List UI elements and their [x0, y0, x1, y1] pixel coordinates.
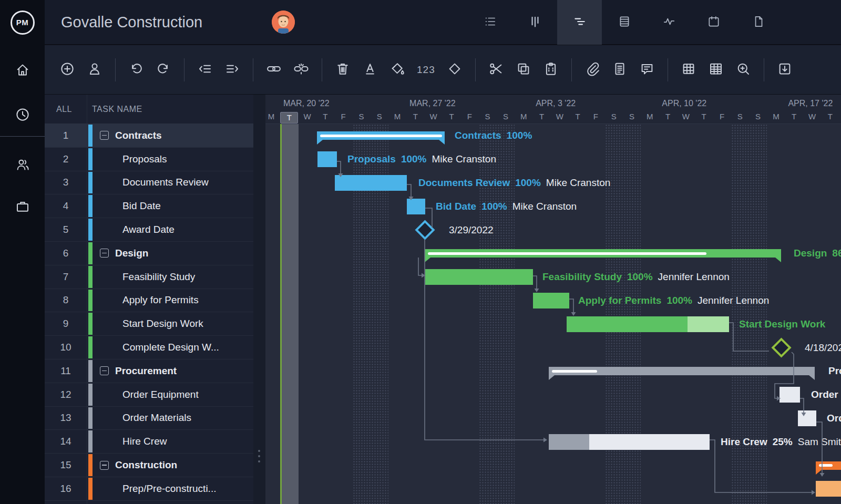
paste-button[interactable] [543, 61, 559, 79]
table-icon [708, 61, 724, 79]
import-button[interactable] [777, 61, 793, 79]
table-button[interactable] [708, 61, 724, 79]
sidebar-clock-button[interactable] [0, 100, 45, 131]
cut-button[interactable] [488, 61, 504, 79]
table-row-procurement[interactable]: 11Procurement [45, 359, 253, 383]
comment-button[interactable] [639, 61, 655, 79]
task-bar-apply-for-permits[interactable] [533, 293, 569, 308]
task-bar-start-design-work[interactable] [567, 316, 729, 332]
today-line [280, 110, 282, 504]
collapse-icon[interactable] [100, 131, 109, 140]
notes-button[interactable] [612, 61, 628, 79]
sidebar-team-button[interactable] [0, 150, 45, 181]
day-letter: F [587, 112, 604, 121]
add-task-button[interactable] [59, 61, 75, 79]
columns-icon [681, 61, 696, 79]
today-column-highlight [282, 124, 298, 504]
portfolio-icon [15, 199, 30, 217]
nav-sheet-view[interactable] [602, 0, 647, 45]
table-row-order-equipment[interactable]: 12Order Equipment [45, 383, 253, 407]
task-color-strip [88, 266, 93, 288]
task-color-strip [88, 336, 93, 358]
nav-activity-view[interactable] [647, 0, 691, 45]
summary-bar-design[interactable] [425, 249, 781, 258]
fill-color-button[interactable] [389, 61, 405, 79]
nav-board-view[interactable] [512, 0, 557, 45]
table-row-proposals[interactable]: 2Proposals [45, 148, 253, 171]
table-row-bid-date[interactable]: 4Bid Date [45, 194, 253, 218]
bar-percent: 86% [832, 248, 841, 259]
task-bar-clipped[interactable] [816, 481, 841, 497]
task-bar-proposals[interactable] [317, 151, 337, 167]
collapse-icon[interactable] [100, 249, 109, 258]
task-name: Hire Crew [122, 430, 167, 453]
indent-button[interactable] [224, 61, 240, 79]
nav-list-view[interactable] [468, 0, 512, 45]
task-table-header: ALL TASK NAME [45, 95, 253, 124]
nav-gantt-view-active[interactable] [557, 0, 602, 45]
milestone-diamond[interactable] [771, 338, 791, 358]
zoom-in-button[interactable] [735, 61, 751, 79]
outdent-icon [197, 61, 213, 79]
summary-bar-procurement[interactable] [549, 367, 815, 375]
table-row-feasibility-study[interactable]: 7Feasibility Study [45, 265, 253, 289]
table-row-award-date[interactable]: 5Award Date [45, 218, 253, 242]
board-view-icon [528, 15, 542, 30]
task-name: Procurement [100, 359, 177, 383]
table-row-order-materials[interactable]: 13Order Materials [45, 407, 253, 430]
copy-icon [516, 61, 531, 79]
collapse-icon[interactable] [100, 461, 109, 470]
milestone-diamond[interactable] [415, 220, 435, 240]
task-color-strip [88, 407, 93, 429]
nav-file-view[interactable] [736, 0, 781, 45]
task-bar-order-equipment[interactable] [780, 387, 800, 403]
app-logo[interactable]: PM [0, 0, 45, 45]
panel-splitter[interactable] [253, 95, 265, 504]
column-header-all[interactable]: ALL [56, 105, 72, 114]
task-bar-documents-review[interactable] [335, 175, 407, 191]
paste-icon [543, 61, 559, 79]
sidebar-home-button[interactable] [0, 55, 45, 87]
sidebar-portfolio-button[interactable] [0, 192, 45, 223]
unlink-tasks-button[interactable] [293, 61, 309, 79]
numbers-button[interactable]: 123 [417, 64, 435, 76]
table-row-apply-for-permits[interactable]: 8Apply for Permits [45, 289, 253, 313]
table-row-complete-design-w[interactable]: 10Complete Design W... [45, 336, 253, 359]
link-tasks-button[interactable] [266, 61, 282, 79]
task-bar-bid-date[interactable] [407, 199, 425, 214]
columns-button[interactable] [681, 61, 696, 79]
nav-calendar-view[interactable] [691, 0, 736, 45]
table-row-documents-review[interactable]: 3Documents Review [45, 171, 253, 195]
column-header-task-name[interactable]: TASK NAME [92, 105, 142, 114]
task-name: Documents Review [122, 171, 209, 194]
table-row-start-design-work[interactable]: 9Start Design Work [45, 312, 253, 336]
table-row-hire-crew[interactable]: 14Hire Crew [45, 430, 253, 454]
clock-icon [15, 107, 30, 125]
table-row-contracts[interactable]: 1Contracts [45, 124, 253, 148]
table-row-construction[interactable]: 15Construction [45, 454, 253, 477]
redo-button[interactable] [156, 61, 171, 79]
assign-user-button[interactable] [87, 61, 102, 79]
collapse-icon[interactable] [100, 366, 109, 375]
table-row-design[interactable]: 6Design [45, 242, 253, 265]
task-bar-hire-crew[interactable] [549, 434, 710, 450]
summary-bar-clipped[interactable] [816, 461, 841, 470]
task-bar-order-materials[interactable] [798, 410, 816, 426]
bar-label: Feasibility Study100%Jennifer Lennon [542, 271, 730, 283]
summary-bar-contracts[interactable] [317, 131, 445, 140]
table-row-prep-pre-constructi[interactable]: 16Prep/Pre-constructi... [45, 477, 253, 501]
task-color-strip [88, 172, 93, 194]
day-letter: T [316, 112, 334, 121]
text-color-button[interactable] [362, 61, 378, 79]
attachment-button[interactable] [584, 61, 600, 79]
task-bar-feasibility-study[interactable] [425, 269, 533, 285]
outdent-button[interactable] [197, 61, 213, 79]
milestone-button[interactable] [447, 61, 463, 79]
file-view-icon [752, 15, 765, 30]
day-letter: F [839, 112, 841, 121]
copy-button[interactable] [516, 61, 531, 79]
assign-user-icon [87, 61, 102, 79]
undo-button[interactable] [128, 61, 144, 79]
user-avatar[interactable] [272, 11, 295, 34]
delete-button[interactable] [335, 61, 351, 79]
